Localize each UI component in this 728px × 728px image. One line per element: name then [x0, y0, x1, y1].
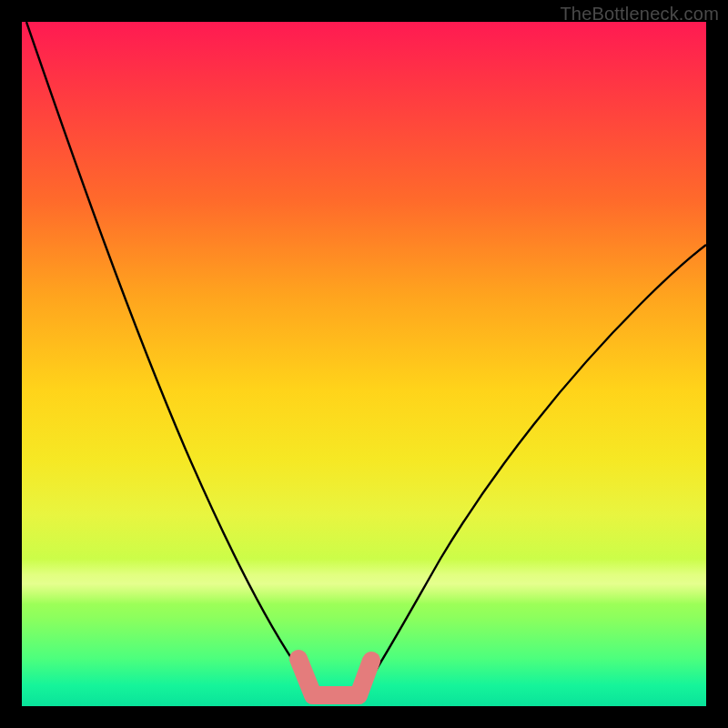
- watermark-label: TheBottleneck.com: [560, 4, 719, 25]
- gradient-background: [22, 22, 706, 706]
- plot-area: [22, 22, 706, 706]
- chart-frame: TheBottleneck.com: [0, 0, 728, 728]
